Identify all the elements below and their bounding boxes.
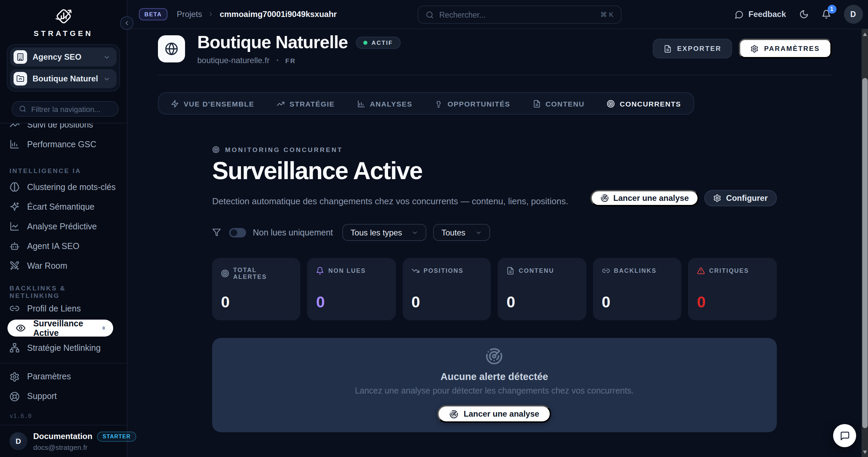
tab-label: STRATÉGIE [289, 99, 335, 108]
sidebar-item-profil-de-liens[interactable]: Profil de Liens [0, 299, 127, 318]
tab-label: VUE D'ENSEMBLE [184, 99, 254, 108]
breadcrumb-projects-link[interactable]: Projets [177, 9, 202, 19]
sidebar-item-clustering[interactable]: Clustering de mots-clés [0, 177, 127, 197]
sidebar-item-performance-gsc[interactable]: Performance GSC [0, 134, 127, 154]
scrollbar-down-arrow[interactable] [861, 449, 868, 456]
global-search[interactable]: ⌘ K [418, 5, 622, 24]
sidebar-item-strategie-netlinking[interactable]: Stratégie Netlinking [0, 338, 127, 358]
sidebar: STRATGEN Agency SEO Boutique Naturelle [0, 0, 127, 457]
sidebar-item-label: Agent IA SEO [27, 241, 79, 251]
brain-icon [9, 182, 20, 192]
radar-icon [449, 410, 458, 418]
user-name: Documentation [33, 432, 93, 441]
sidebar-item-label: Écart Sémantique [27, 202, 95, 211]
tab-analyses[interactable]: ANALYSES [357, 99, 412, 108]
search-shortcut: ⌘ K [600, 11, 613, 18]
sidebar-item-ecart-semantique[interactable]: Écart Sémantique [0, 197, 127, 216]
radar-icon [601, 194, 609, 202]
tab-label: CONCURRENTS [620, 99, 681, 108]
tab-opportunites[interactable]: OPPORTUNITÉS [435, 99, 510, 108]
plan-badge: STARTER [97, 431, 136, 441]
workspace-chip [14, 50, 27, 64]
sidebar-item-label: Performance GSC [27, 139, 96, 149]
life-buoy-icon [9, 391, 20, 401]
chevron-down-icon [103, 75, 110, 82]
gear-icon [750, 44, 759, 53]
user-email: docs@stratgen.fr [33, 443, 117, 451]
toggle-knob [230, 229, 237, 236]
sidebar-item-war-room[interactable]: War Room [0, 256, 127, 275]
scrollbar-thumb[interactable] [862, 78, 867, 428]
beta-badge: BETA [139, 8, 167, 20]
nav-filter-input[interactable] [31, 105, 111, 113]
unread-only-toggle[interactable] [229, 228, 246, 237]
message-circle-icon [735, 10, 744, 19]
type-filter-select[interactable]: Tous les types [342, 224, 426, 241]
stat-value: 0 [316, 293, 387, 311]
gear-icon [713, 194, 721, 202]
sidebar-item-label: Support [27, 392, 57, 401]
page-content: Boutique Naturelle ACTIF boutique-nature… [127, 29, 861, 457]
tab-vue-densemble[interactable]: VUE D'ENSEMBLE [171, 99, 254, 108]
bell-icon [316, 267, 324, 275]
sidebar-item-parametres[interactable]: Paramètres [0, 367, 127, 386]
theme-toggle-moon-icon[interactable] [799, 9, 808, 19]
brand-logo: STRATGEN [0, 0, 127, 40]
project-title: Boutique Naturelle [197, 32, 348, 53]
main-area: BETA Projets cmmoaimg70001i9049ksxuahr ⌘… [127, 0, 868, 457]
empty-launch-analysis-button[interactable]: Lancer une analyse [437, 405, 551, 423]
sidebar-item-agent-ia-seo[interactable]: Agent IA SEO [0, 236, 127, 256]
stat-card-non-lues: NON LUES 0 [307, 258, 396, 320]
network-icon [9, 343, 20, 353]
stat-label: POSITIONS [424, 267, 464, 274]
brand-name: STRATGEN [34, 29, 93, 37]
launch-analysis-button[interactable]: Lancer une analyse [590, 190, 699, 206]
user-meta: Documentation STARTER docs@stratgen.fr [33, 431, 117, 451]
notifications-button[interactable]: 1 [821, 9, 831, 19]
vertical-scrollbar[interactable] [861, 29, 868, 457]
project-chip [14, 72, 27, 85]
project-globe-tile [158, 35, 185, 62]
export-button[interactable]: EXPORTER [653, 39, 732, 58]
sidebar-item-support[interactable]: Support [0, 386, 127, 406]
divider [158, 75, 831, 75]
stat-label: TOTAL ALERTES [233, 267, 292, 280]
project-selector[interactable]: Boutique Naturelle [10, 69, 117, 88]
sidebar-item-suivi-de-positions[interactable]: Suivi de positions [0, 123, 127, 134]
settings-button[interactable]: PARAMÈTRES [739, 39, 831, 58]
sidebar-item-surveillance-active[interactable]: Surveillance Active [7, 320, 113, 337]
status-badge: ACTIF [356, 36, 400, 49]
nav-filter-field[interactable] [12, 101, 119, 117]
breadcrumb: Projets cmmoaimg70001i9049ksxuahr [177, 9, 337, 19]
project-domain: boutique-naturelle.fr [197, 56, 269, 65]
project-header: Boutique Naturelle ACTIF boutique-nature… [158, 32, 831, 65]
breadcrumb-current: cmmoaimg70001i9049ksxuahr [220, 9, 337, 19]
topbar-actions: Feedback 1 D [735, 5, 863, 24]
user-card[interactable]: D Documentation STARTER docs@stratgen.fr [0, 424, 127, 457]
stat-value: 0 [602, 293, 672, 311]
workspace-selector[interactable]: Agency SEO [10, 47, 117, 66]
tab-strategie[interactable]: STRATÉGIE [277, 99, 335, 108]
page-subtitle: Detection automatique des changements ch… [212, 196, 590, 206]
feedback-button[interactable]: Feedback [735, 9, 786, 19]
tab-contenu[interactable]: CONTENU [532, 99, 584, 108]
avatar: D [9, 432, 27, 450]
bar-chart-icon [9, 139, 20, 149]
sidebar-item-analyse-predictive[interactable]: Analyse Prédictive [0, 216, 127, 236]
sidebar-collapse-button[interactable] [120, 16, 134, 30]
feedback-label: Feedback [748, 9, 786, 19]
search-icon [19, 105, 26, 113]
link-icon [9, 303, 20, 313]
scrollbar-up-arrow[interactable] [861, 31, 868, 37]
tab-concurrents[interactable]: CONCURRENTS [607, 99, 681, 108]
chat-widget-button[interactable] [833, 424, 856, 447]
sidebar-item-label: War Room [27, 261, 67, 270]
configure-button[interactable]: Configurer [704, 190, 776, 206]
hero-actions: Lancer une analyse Configurer [590, 190, 776, 206]
global-search-input[interactable] [439, 11, 595, 19]
user-menu-avatar[interactable]: D [844, 5, 863, 24]
project-meta: Boutique Naturelle ACTIF boutique-nature… [197, 32, 400, 65]
sidebar-item-label: Paramètres [27, 372, 71, 381]
severity-filter-select[interactable]: Toutes [433, 224, 490, 241]
stat-value: 0 [697, 293, 768, 311]
